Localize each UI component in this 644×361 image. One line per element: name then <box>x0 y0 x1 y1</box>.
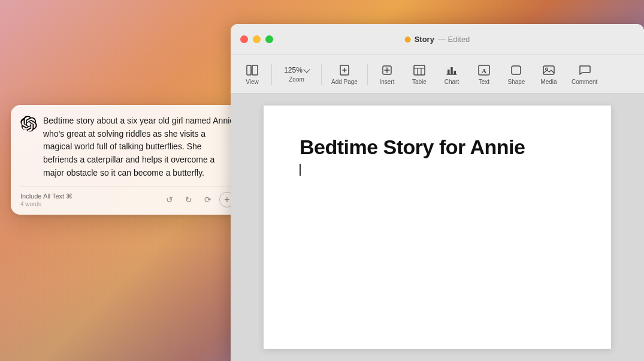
edited-label: — Edited <box>438 35 470 44</box>
chatgpt-icon <box>20 116 37 133</box>
toolbar-divider-2 <box>321 64 322 85</box>
zoom-label: Zoom <box>289 76 304 83</box>
chatgpt-footer: Include All Text ⌘ 4 words ↺ ↻ ⟳ + <box>20 186 235 207</box>
table-icon <box>413 64 426 77</box>
shape-icon <box>510 64 523 77</box>
svg-rect-13 <box>448 70 450 74</box>
chatgpt-popup: Bedtime story about a six year old girl … <box>11 105 244 215</box>
page-document[interactable]: Bedtime Story for Annie <box>264 106 611 349</box>
maximize-button[interactable] <box>265 35 273 43</box>
text-label: Text <box>479 79 489 85</box>
media-toolbar-item[interactable]: Media <box>533 60 564 89</box>
comment-label: Comment <box>572 79 597 85</box>
table-toolbar-item[interactable]: Table <box>404 60 435 89</box>
close-button[interactable] <box>240 35 248 43</box>
view-icon <box>246 64 259 77</box>
pages-window: Story — Edited View 125% Zoom <box>231 24 644 361</box>
chevron-down-icon <box>303 66 310 73</box>
table-label: Table <box>412 79 427 85</box>
svg-rect-0 <box>247 65 251 75</box>
chatgpt-footer-actions: ↺ ↻ ⟳ + <box>162 192 235 207</box>
title-dot-icon <box>405 37 411 43</box>
include-all-text-label: Include All Text ⌘ <box>20 192 72 200</box>
title-center: Story — Edited <box>405 35 470 44</box>
zoom-toolbar-item[interactable]: 125% Zoom <box>276 62 318 86</box>
zoom-value: 125% <box>284 66 309 74</box>
insert-icon <box>380 64 394 77</box>
refresh-button[interactable]: ⟳ <box>200 192 216 207</box>
toolbar-divider-1 <box>271 64 272 85</box>
shape-toolbar-item[interactable]: Shape <box>501 60 532 89</box>
add-page-label: Add Page <box>331 79 358 85</box>
svg-rect-19 <box>543 66 554 74</box>
add-page-toolbar-item[interactable]: Add Page <box>325 60 364 89</box>
shape-label: Shape <box>507 79 525 85</box>
view-toolbar-item[interactable]: View <box>237 60 268 89</box>
window-controls <box>240 35 273 43</box>
add-page-icon <box>338 64 351 77</box>
svg-rect-1 <box>252 65 258 75</box>
chart-label: Chart <box>445 79 459 85</box>
comment-toolbar-item[interactable]: Comment <box>566 60 603 89</box>
toolbar: View 125% Zoom Add Page <box>231 55 644 94</box>
media-label: Media <box>540 79 557 85</box>
chatgpt-footer-left: Include All Text ⌘ 4 words <box>20 192 72 207</box>
svg-rect-18 <box>512 66 521 74</box>
svg-point-20 <box>545 68 548 70</box>
chart-icon <box>445 64 458 77</box>
toolbar-divider-3 <box>367 64 368 85</box>
chatgpt-prompt-text: Bedtime story about a six year old girl … <box>43 115 235 179</box>
word-count-label: 4 words <box>20 201 72 207</box>
media-icon <box>542 64 555 77</box>
text-icon: A <box>477 64 491 77</box>
titlebar: Story — Edited <box>231 24 644 55</box>
text-toolbar-item[interactable]: A Text <box>468 60 500 89</box>
redo-button[interactable]: ↻ <box>181 192 196 207</box>
comment-icon <box>578 64 591 77</box>
document-title: Bedtime Story for Annie <box>300 136 575 159</box>
view-label: View <box>246 79 259 85</box>
chart-toolbar-item[interactable]: Chart <box>436 60 467 89</box>
window-title: Story <box>415 35 434 44</box>
svg-rect-15 <box>453 71 456 74</box>
insert-toolbar-item[interactable]: Insert <box>371 60 403 89</box>
svg-text:A: A <box>482 67 486 74</box>
svg-rect-14 <box>451 67 453 74</box>
minimize-button[interactable] <box>253 35 261 43</box>
undo-button[interactable]: ↺ <box>162 192 177 207</box>
insert-label: Insert <box>379 79 394 85</box>
content-area: Bedtime Story for Annie <box>231 94 644 361</box>
svg-rect-8 <box>414 65 425 75</box>
text-cursor <box>300 164 301 176</box>
